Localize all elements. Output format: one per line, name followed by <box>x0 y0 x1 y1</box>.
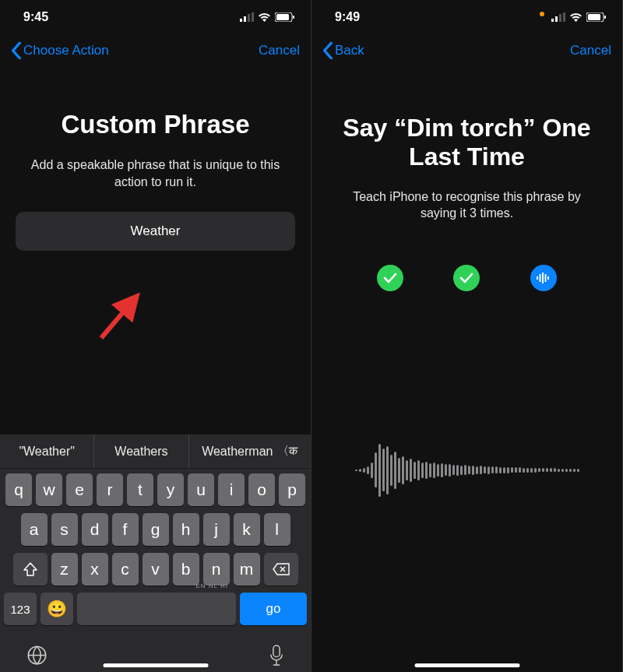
key-g[interactable]: g <box>143 513 169 546</box>
svg-line-7 <box>101 296 137 338</box>
status-icons <box>240 12 295 22</box>
svg-rect-17 <box>537 276 538 280</box>
key-z[interactable]: z <box>51 553 78 586</box>
nav-bar: Back Cancel <box>312 34 622 67</box>
key-b[interactable]: b <box>173 553 199 586</box>
key-o[interactable]: o <box>248 473 275 506</box>
page-subtitle: Teach iPhone to recognise this phrase by… <box>327 188 607 222</box>
phone-left: 9:45 Choose Action Cancel Custom Phrase … <box>0 0 312 672</box>
page-title: Say “Dim torch” One Last Time <box>327 114 607 171</box>
key-e[interactable]: e <box>66 473 93 506</box>
suggestion-3[interactable]: Weatherman 〈क <box>189 435 311 468</box>
status-time: 9:49 <box>335 10 360 24</box>
emoji-key[interactable]: 😀 <box>40 593 73 625</box>
key-f[interactable]: f <box>112 513 139 546</box>
pointer-arrow-icon <box>92 282 154 344</box>
recording-indicator-icon <box>540 12 544 16</box>
svg-rect-13 <box>563 12 565 22</box>
svg-rect-15 <box>588 14 600 20</box>
svg-rect-11 <box>555 16 558 22</box>
keyboard: "Weather" Weathers Weatherman 〈क qwertyu… <box>0 435 311 672</box>
go-key[interactable]: go <box>240 593 307 625</box>
waveform-icon <box>536 273 551 283</box>
svg-rect-3 <box>252 12 254 22</box>
progress-done-1 <box>377 265 403 291</box>
suggestion-bar: "Weather" Weathers Weatherman 〈क <box>0 435 311 469</box>
svg-rect-1 <box>244 16 246 22</box>
page-title: Custom Phrase <box>16 110 295 139</box>
svg-rect-18 <box>539 274 540 282</box>
suggestion-2[interactable]: Weathers <box>94 435 188 468</box>
suggestion-1[interactable]: "Weather" <box>0 435 94 468</box>
home-indicator[interactable] <box>103 663 208 667</box>
shift-icon <box>23 562 38 576</box>
numbers-key[interactable]: 123 <box>4 593 37 625</box>
svg-rect-10 <box>551 19 554 22</box>
back-label: Choose Action <box>23 43 109 58</box>
key-u[interactable]: u <box>188 473 214 506</box>
status-bar: 9:45 <box>0 0 311 34</box>
phrase-input[interactable]: Weather <box>16 212 295 251</box>
check-icon <box>459 273 473 283</box>
space-hint: EN NL HI <box>196 582 229 589</box>
key-l[interactable]: l <box>264 513 290 546</box>
back-button[interactable]: Back <box>322 42 364 59</box>
svg-rect-6 <box>293 16 294 19</box>
status-icons <box>551 12 607 22</box>
audio-waveform <box>332 439 603 501</box>
content: Custom Phrase Add a speakable phrase tha… <box>0 67 311 251</box>
key-p[interactable]: p <box>279 473 305 506</box>
key-k[interactable]: k <box>234 513 260 546</box>
cancel-button[interactable]: Cancel <box>259 43 300 58</box>
phone-right: 9:49 Back Cancel Say “Dim torch” One Las… <box>312 0 623 672</box>
phrase-input-value: Weather <box>131 223 181 239</box>
chevron-left-icon <box>11 42 22 59</box>
key-w[interactable]: w <box>36 473 62 506</box>
content: Say “Dim torch” One Last Time Teach iPho… <box>312 67 622 291</box>
key-h[interactable]: h <box>173 513 199 546</box>
backspace-icon <box>273 563 290 575</box>
key-y[interactable]: y <box>157 473 184 506</box>
svg-rect-0 <box>240 19 242 22</box>
key-i[interactable]: i <box>218 473 245 506</box>
svg-rect-5 <box>276 14 289 20</box>
key-n[interactable]: n <box>203 553 230 586</box>
key-v[interactable]: v <box>143 553 169 586</box>
nav-bar: Choose Action Cancel <box>0 34 311 67</box>
key-a[interactable]: a <box>21 513 48 546</box>
key-x[interactable]: x <box>82 553 108 586</box>
space-key[interactable] <box>77 593 236 625</box>
check-icon <box>383 273 397 283</box>
status-bar: 9:49 <box>312 0 622 34</box>
progress-recording <box>530 265 557 291</box>
key-r[interactable]: r <box>97 473 123 506</box>
page-subtitle: Add a speakable phrase that is unique to… <box>16 157 295 190</box>
chevron-left-icon <box>322 42 333 59</box>
globe-icon[interactable] <box>26 645 48 666</box>
svg-rect-16 <box>604 16 606 19</box>
key-m[interactable]: m <box>234 553 260 586</box>
progress-done-2 <box>453 265 480 291</box>
svg-rect-21 <box>547 276 549 280</box>
key-t[interactable]: t <box>127 473 153 506</box>
key-grid: qwertyuiop asdfghjkl zxcvbnm 123 😀 go <box>0 469 311 635</box>
status-time: 9:45 <box>23 10 48 24</box>
shift-key[interactable] <box>13 553 48 586</box>
key-s[interactable]: s <box>51 513 78 546</box>
svg-rect-9 <box>273 646 280 657</box>
back-button[interactable]: Choose Action <box>11 42 109 59</box>
key-j[interactable]: j <box>203 513 230 546</box>
svg-rect-19 <box>542 273 544 283</box>
key-d[interactable]: d <box>82 513 108 546</box>
progress-row <box>327 265 607 291</box>
back-label: Back <box>335 43 364 58</box>
emoji-icon: 😀 <box>47 600 67 618</box>
svg-rect-12 <box>559 14 561 22</box>
home-indicator[interactable] <box>414 663 519 667</box>
mic-icon[interactable] <box>269 645 284 666</box>
key-q[interactable]: q <box>5 473 32 506</box>
cancel-button[interactable]: Cancel <box>570 43 611 58</box>
key-c[interactable]: c <box>112 553 139 586</box>
backspace-key[interactable] <box>264 553 298 586</box>
svg-rect-20 <box>544 274 546 282</box>
